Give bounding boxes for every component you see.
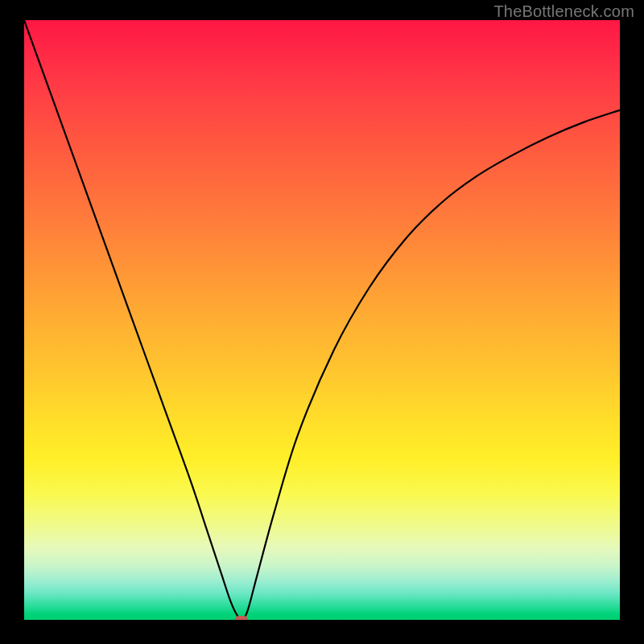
bottleneck-curve [24, 20, 620, 620]
plot-area [24, 20, 620, 620]
chart-frame: TheBottleneck.com [0, 0, 644, 644]
bottleneck-min-marker [235, 616, 248, 620]
watermark-text: TheBottleneck.com [493, 2, 634, 21]
